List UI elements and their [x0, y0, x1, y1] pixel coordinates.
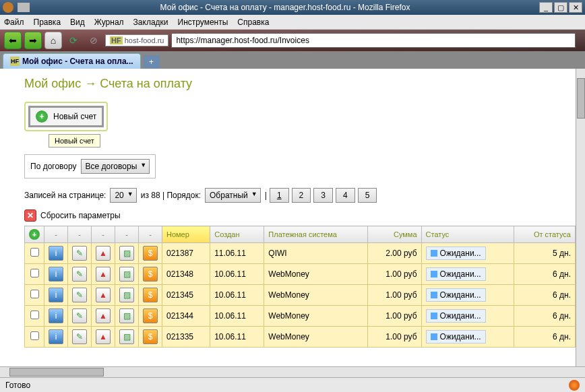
- pdf-icon[interactable]: ▲: [96, 267, 111, 282]
- info-icon[interactable]: i: [49, 246, 63, 261]
- cell-payment: WebMoney: [264, 306, 368, 327]
- page-3[interactable]: 3: [313, 188, 333, 203]
- edit-icon[interactable]: ✎: [72, 288, 87, 302]
- home-icon: ⌂: [51, 35, 56, 46]
- reset-filters-label[interactable]: Сбросить параметры: [40, 211, 121, 220]
- status-badge[interactable]: Ожидани...: [426, 309, 486, 323]
- order-dropdown[interactable]: Обратный: [205, 188, 261, 203]
- menu-file[interactable]: Файл: [4, 18, 24, 27]
- cell-created: 10.06.11: [210, 264, 264, 285]
- pay-icon[interactable]: $: [143, 288, 158, 302]
- col-status[interactable]: Статус: [421, 226, 514, 243]
- page-2[interactable]: 2: [292, 188, 311, 203]
- page-1[interactable]: 1: [270, 188, 289, 203]
- status-badge[interactable]: Ожидани...: [426, 267, 486, 281]
- cell-sum: 1.00 руб: [368, 327, 422, 348]
- status-badge[interactable]: Ожидани...: [426, 247, 486, 260]
- status-badge[interactable]: Ожидани...: [426, 288, 486, 302]
- col-number[interactable]: Номер: [162, 226, 210, 243]
- new-invoice-panel: + Новый счет: [24, 102, 108, 131]
- pay-icon[interactable]: $: [143, 329, 158, 344]
- pdf-icon[interactable]: ▲: [96, 288, 111, 302]
- browser-menubar: Файл Правка Вид Журнал Закладки Инструме…: [0, 15, 585, 30]
- table-row: i✎▲▨$02134510.06.11WebMoney1.00 рубОжида…: [25, 285, 576, 306]
- cell-sum: 1.00 руб: [368, 306, 422, 327]
- col-since[interactable]: От статуса: [514, 226, 575, 243]
- edit-icon[interactable]: ✎: [72, 246, 87, 261]
- contract-dropdown[interactable]: Все договоры: [81, 159, 150, 174]
- image-icon[interactable]: ▨: [119, 308, 134, 323]
- image-icon[interactable]: ▨: [119, 246, 134, 261]
- page-4[interactable]: 4: [336, 188, 355, 203]
- col-created[interactable]: Создан: [210, 226, 264, 243]
- tab-active[interactable]: HF Мой офис - Счета на опла...: [3, 53, 141, 69]
- page-viewport: Мой офис → Счета на оплату + Новый счет …: [0, 69, 576, 366]
- image-icon[interactable]: ▨: [119, 288, 134, 302]
- pay-icon[interactable]: $: [143, 246, 158, 261]
- vertical-scrollbar[interactable]: [576, 69, 585, 366]
- pay-icon[interactable]: $: [143, 308, 158, 323]
- page-5[interactable]: 5: [358, 188, 377, 203]
- home-button[interactable]: ⌂: [44, 32, 62, 49]
- hscroll-thumb[interactable]: [9, 368, 104, 377]
- col-sum[interactable]: Сумма: [368, 226, 422, 243]
- plus-icon[interactable]: +: [29, 229, 40, 240]
- horizontal-scrollbar[interactable]: [0, 366, 585, 377]
- menu-bookmarks[interactable]: Закладки: [133, 18, 168, 27]
- window-menu-icon[interactable]: [18, 3, 30, 12]
- browser-tabbar: HF Мой офис - Счета на опла... +: [0, 51, 585, 69]
- forward-button[interactable]: ➡: [24, 32, 42, 49]
- menu-tools[interactable]: Инструменты: [178, 18, 228, 27]
- info-icon[interactable]: i: [49, 288, 63, 302]
- pdf-icon[interactable]: ▲: [96, 308, 111, 323]
- vscroll-thumb[interactable]: [577, 78, 585, 119]
- cell-sum: 1.00 руб: [368, 264, 422, 285]
- stop-button[interactable]: ⊘: [85, 32, 102, 49]
- row-checkbox[interactable]: [30, 331, 39, 340]
- edit-icon[interactable]: ✎: [72, 329, 87, 344]
- back-button[interactable]: ⬅: [4, 32, 22, 49]
- row-checkbox[interactable]: [30, 269, 39, 277]
- cell-created: 11.06.11: [210, 243, 264, 264]
- row-checkbox[interactable]: [30, 311, 39, 319]
- site-identity[interactable]: HF host-food.ru: [105, 34, 168, 46]
- col-payment[interactable]: Платежная система: [264, 226, 368, 243]
- new-tab-button[interactable]: +: [144, 55, 160, 69]
- cell-payment: QIWI: [264, 243, 368, 264]
- edit-icon[interactable]: ✎: [72, 267, 87, 282]
- table-row: i✎▲▨$02134410.06.11WebMoney1.00 рубОжида…: [25, 306, 576, 327]
- stop-icon: ⊘: [90, 35, 98, 46]
- pdf-icon[interactable]: ▲: [96, 329, 111, 344]
- menu-view[interactable]: Вид: [70, 18, 85, 27]
- menu-edit[interactable]: Правка: [34, 18, 61, 27]
- close-button[interactable]: ✕: [569, 2, 582, 13]
- image-icon[interactable]: ▨: [119, 267, 134, 282]
- image-icon[interactable]: ▨: [119, 329, 134, 344]
- row-checkbox[interactable]: [30, 248, 39, 257]
- breadcrumb-root[interactable]: Мой офис: [24, 77, 81, 90]
- pay-icon[interactable]: $: [143, 267, 158, 282]
- pdf-icon[interactable]: ▲: [96, 246, 111, 261]
- minimize-button[interactable]: _: [539, 2, 553, 13]
- maximize-button[interactable]: ▢: [554, 2, 567, 13]
- url-bar[interactable]: https://manager.host-food.ru/Invoices: [171, 33, 576, 48]
- menu-help[interactable]: Справка: [237, 18, 269, 27]
- status-badge[interactable]: Ожидани...: [426, 330, 486, 344]
- reload-button[interactable]: ⟳: [65, 32, 82, 49]
- filter-label: По договору: [30, 162, 77, 171]
- cell-payment: WebMoney: [264, 327, 368, 348]
- row-checkbox[interactable]: [30, 290, 39, 298]
- menu-history[interactable]: Журнал: [94, 18, 124, 27]
- table-row: i✎▲▨$02133510.06.11WebMoney1.00 рубОжида…: [25, 327, 576, 348]
- cell-payment: WebMoney: [264, 285, 368, 306]
- arrow-right-icon: ➡: [29, 35, 37, 46]
- new-invoice-button[interactable]: + Новый счет: [28, 106, 104, 127]
- edit-icon[interactable]: ✎: [72, 308, 87, 323]
- col-add[interactable]: +: [25, 226, 44, 243]
- info-icon[interactable]: i: [49, 308, 63, 323]
- reset-filters-icon[interactable]: ✕: [24, 209, 36, 222]
- browser-statusbar: Готово: [0, 377, 585, 392]
- per-page-dropdown[interactable]: 20: [110, 188, 136, 203]
- info-icon[interactable]: i: [49, 267, 63, 282]
- info-icon[interactable]: i: [49, 329, 63, 344]
